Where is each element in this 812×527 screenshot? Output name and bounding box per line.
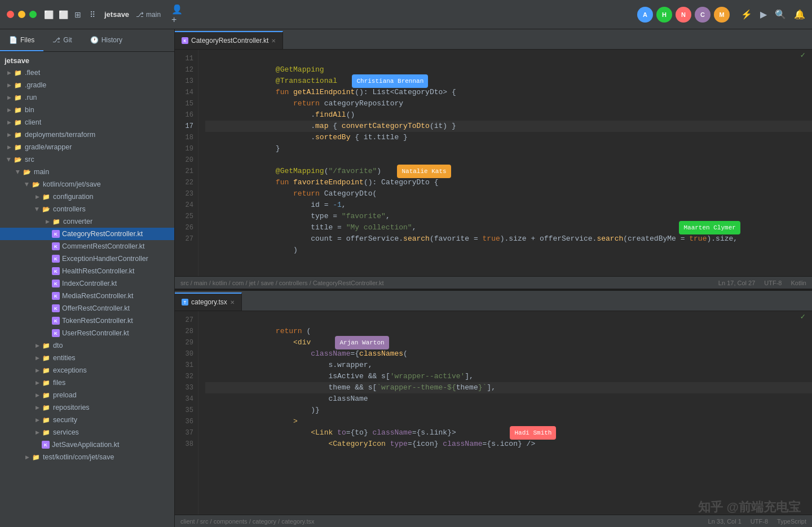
sidebar-tree: jetsave ▶ 📁 .fleet ▶ 📁 .gradle ▶ 📁 .run … bbox=[0, 52, 174, 527]
pane1-code-content[interactable]: ✓ @GetMapping @Transactional Christiana … bbox=[198, 50, 812, 276]
pane1-close-icon[interactable]: ✕ bbox=[271, 38, 276, 44]
chevron-right-icon: ▶ bbox=[23, 453, 32, 462]
minimize-button[interactable] bbox=[18, 11, 25, 18]
tree-item-label: gradle/wrapper bbox=[25, 143, 72, 151]
tree-fleet[interactable]: ▶ 📁 .fleet bbox=[0, 67, 174, 79]
code-line-17: .sortedBy { it.title } bbox=[205, 121, 812, 132]
collab-tooltip-hadi: Hadi Smith bbox=[510, 426, 556, 440]
tree-file-offer-controller[interactable]: ▶ K OfferRestController.kt bbox=[0, 302, 174, 315]
sidebar-tab-git[interactable]: ⎇ Git bbox=[43, 29, 81, 51]
traffic-lights bbox=[7, 11, 37, 18]
tree-services[interactable]: ▶ 📁 services bbox=[0, 426, 174, 439]
kotlin-file-icon: K bbox=[52, 304, 60, 312]
lightning-icon[interactable]: ⚡ bbox=[741, 9, 752, 20]
tree-file-exception-handler[interactable]: ▶ K ExceptionHandlerController bbox=[0, 253, 174, 265]
pane2-code-content[interactable]: ✓ return ( <div Arjan Warton bbox=[198, 311, 812, 515]
tree-entities[interactable]: ▶ 📁 entities bbox=[0, 352, 174, 364]
tree-file-user-controller[interactable]: ▶ K UserRestController.kt bbox=[0, 327, 174, 339]
tree-file-media-controller[interactable]: ▶ K MediaRestController.kt bbox=[0, 290, 174, 302]
chevron-right-icon: ▶ bbox=[5, 93, 14, 102]
tree-converter[interactable]: ▶ 📁 converter bbox=[0, 215, 174, 228]
tree-test[interactable]: ▶ 📁 test/kotlin/com/jet/save bbox=[0, 451, 174, 463]
split-icon[interactable]: ⊞ bbox=[73, 10, 83, 20]
tree-repositories[interactable]: ▶ 📁 repositories bbox=[0, 401, 174, 414]
kotlin-file-icon: K bbox=[52, 317, 60, 325]
editor-pane-2: T category.tsx ✕ 2728293031 3233343536 3… bbox=[175, 291, 812, 527]
tree-file-comment-controller[interactable]: ▶ K CommentRestController.kt bbox=[0, 240, 174, 253]
pane2-code-wrapper[interactable]: 2728293031 3233343536 3738 ✓ return ( bbox=[175, 311, 812, 515]
tree-dto[interactable]: ▶ 📁 dto bbox=[0, 339, 174, 352]
folder-icon: 📁 bbox=[42, 366, 51, 375]
tree-item-label: TokenRestController.kt bbox=[62, 317, 133, 325]
chevron-down-icon: ▶ bbox=[5, 155, 14, 164]
branch-info[interactable]: ⎇ main bbox=[136, 11, 161, 19]
tree-item-label: CommentRestController.kt bbox=[62, 242, 145, 250]
tree-run[interactable]: ▶ 📁 .run bbox=[0, 91, 174, 104]
tree-src[interactable]: ▶ 📂 src bbox=[0, 153, 174, 166]
sidebar-tab-history[interactable]: 🕐 History bbox=[81, 29, 131, 51]
avatar-m[interactable]: M bbox=[714, 7, 730, 23]
chevron-right-icon: ▶ bbox=[5, 130, 14, 139]
bell-icon[interactable]: 🔔 bbox=[794, 9, 805, 20]
tree-kotlin-path[interactable]: ▶ 📂 kotlin/com/jet/save bbox=[0, 178, 174, 191]
code-line-19 bbox=[205, 143, 812, 154]
layout-icon[interactable]: ⬜ bbox=[58, 10, 68, 20]
folder-open-icon: 📂 bbox=[32, 180, 41, 189]
main-layout: 📄 Files ⎇ Git 🕐 History jetsave ▶ 📁 .fle… bbox=[0, 29, 812, 527]
sidebar-toggle-icon[interactable]: ⬜ bbox=[43, 10, 54, 20]
tree-deployments[interactable]: ▶ 📁 deployments/terraform bbox=[0, 129, 174, 141]
tree-file-index-controller[interactable]: ▶ K IndexController.kt bbox=[0, 277, 174, 290]
chevron-right-icon: ▶ bbox=[5, 105, 14, 114]
line-numbers-pane1: 1112131415 1617181920 2122232425 2627 bbox=[175, 50, 198, 276]
tree-file-token-controller[interactable]: ▶ K TokenRestController.kt bbox=[0, 315, 174, 327]
chevron-right-icon: ▶ bbox=[33, 415, 42, 424]
folder-icon: 📁 bbox=[42, 403, 51, 412]
pane1-tab-category[interactable]: K CategoryRestController.kt ✕ bbox=[175, 31, 283, 49]
folder-icon: 📁 bbox=[14, 81, 23, 90]
tree-configuration[interactable]: ▶ 📁 configuration bbox=[0, 191, 174, 203]
tree-item-label: converter bbox=[63, 218, 92, 225]
tree-security[interactable]: ▶ 📁 security bbox=[0, 414, 174, 426]
code-line-24: type = "favorite", bbox=[205, 200, 812, 211]
tree-gradle[interactable]: ▶ 📁 .gradle bbox=[0, 79, 174, 91]
code-line-tsx-35: > bbox=[205, 405, 812, 416]
sidebar-tab-files[interactable]: 📄 Files bbox=[0, 29, 43, 51]
tree-file-category-controller[interactable]: ▶ K CategoryRestController.kt bbox=[0, 228, 174, 240]
user-avatars: A H N C M bbox=[637, 7, 730, 23]
chevron-down-icon: ▶ bbox=[33, 205, 42, 214]
tree-bin[interactable]: ▶ 📁 bin bbox=[0, 104, 174, 116]
tree-exceptions[interactable]: ▶ 📁 exceptions bbox=[0, 364, 174, 377]
add-member-button[interactable]: 👤+ bbox=[172, 10, 182, 20]
pane2-close-icon[interactable]: ✕ bbox=[230, 299, 235, 305]
tree-gradle-wrapper[interactable]: ▶ 📁 gradle/wrapper bbox=[0, 141, 174, 153]
avatar-h[interactable]: H bbox=[656, 7, 672, 23]
project-root[interactable]: jetsave bbox=[0, 54, 174, 67]
pane2-tab-category-tsx[interactable]: T category.tsx ✕ bbox=[175, 293, 242, 311]
grid-icon[interactable]: ⠿ bbox=[87, 10, 98, 20]
tree-files[interactable]: ▶ 📁 files bbox=[0, 377, 174, 389]
tree-file-health-controller[interactable]: ▶ K HealthRestController.kt bbox=[0, 265, 174, 277]
avatar-a[interactable]: A bbox=[637, 7, 653, 23]
pane1-code-wrapper[interactable]: 1112131415 1617181920 2122232425 2627 ✓ … bbox=[175, 50, 812, 276]
pane2-tabs: T category.tsx ✕ bbox=[175, 291, 812, 311]
tree-file-jetsave-app[interactable]: ▶ K JetSaveApplication.kt bbox=[0, 439, 174, 451]
run-icon[interactable]: ▶ bbox=[760, 9, 767, 20]
files-icon: 📄 bbox=[9, 36, 17, 44]
pane1-lang: Kotlin bbox=[791, 280, 806, 286]
tree-client[interactable]: ▶ 📁 client bbox=[0, 116, 174, 129]
branch-name: main bbox=[146, 11, 161, 19]
tree-controllers[interactable]: ▶ 📂 controllers bbox=[0, 203, 174, 215]
tree-main[interactable]: ▶ 📂 main bbox=[0, 166, 174, 178]
close-button[interactable] bbox=[7, 11, 14, 18]
code-line-14: return categoryRepository bbox=[205, 87, 812, 98]
avatar-c[interactable]: C bbox=[695, 7, 710, 23]
kotlin-file-icon: K bbox=[52, 230, 60, 238]
code-line-12: @Transactional Christiana Brennan bbox=[205, 64, 812, 76]
maximize-button[interactable] bbox=[29, 11, 37, 18]
folder-icon: 📁 bbox=[42, 415, 51, 424]
tree-preload[interactable]: ▶ 📁 preload bbox=[0, 389, 174, 401]
chevron-right-icon: ▶ bbox=[33, 366, 42, 375]
avatar-n[interactable]: N bbox=[676, 7, 691, 23]
git-branch-icon: ⎇ bbox=[136, 11, 144, 19]
search-icon[interactable]: 🔍 bbox=[775, 9, 786, 20]
